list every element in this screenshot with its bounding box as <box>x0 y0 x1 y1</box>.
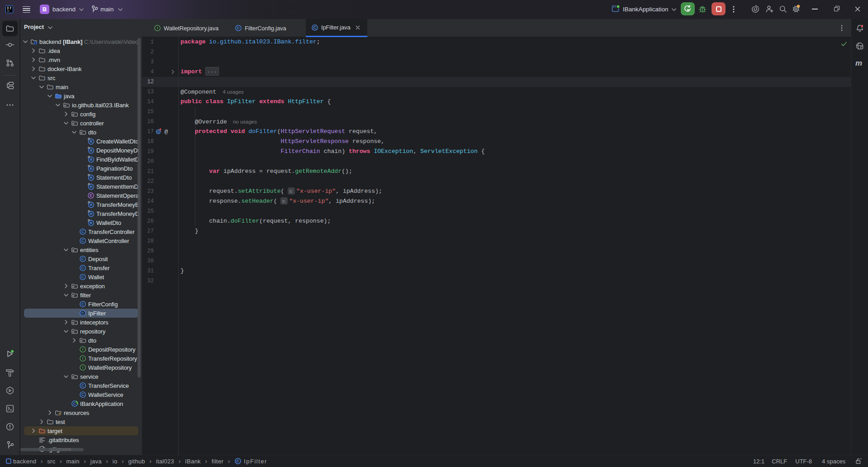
svg-text:R: R <box>90 139 93 144</box>
svg-text:R: R <box>90 167 93 171</box>
svg-text:@: @ <box>165 129 168 135</box>
svg-text:R: R <box>90 176 93 180</box>
svg-text:R: R <box>90 185 93 189</box>
svg-text:C: C <box>81 392 85 397</box>
svg-text:C: C <box>81 229 85 234</box>
svg-text:I: I <box>157 26 158 30</box>
svg-text:C: C <box>81 311 85 315</box>
svg-text:C: C <box>81 275 85 279</box>
svg-text:C: C <box>81 238 85 243</box>
svg-text:I: I <box>82 365 84 370</box>
svg-text:R: R <box>90 148 93 153</box>
svg-text:R: R <box>90 157 93 162</box>
svg-text:C: C <box>81 257 85 261</box>
svg-text:I: I <box>82 347 84 352</box>
svg-text:C: C <box>81 302 85 306</box>
svg-text:C: C <box>237 459 240 463</box>
svg-text:R: R <box>90 203 93 207</box>
svg-text:C: C <box>81 266 85 270</box>
svg-text:C: C <box>73 401 76 406</box>
svg-text:I: I <box>82 356 84 361</box>
svg-text:C: C <box>313 25 317 30</box>
svg-text:R: R <box>90 221 93 225</box>
svg-text:R: R <box>90 212 93 216</box>
svg-text:E: E <box>90 193 92 198</box>
svg-text:C: C <box>81 383 85 388</box>
svg-text:C: C <box>237 26 240 30</box>
